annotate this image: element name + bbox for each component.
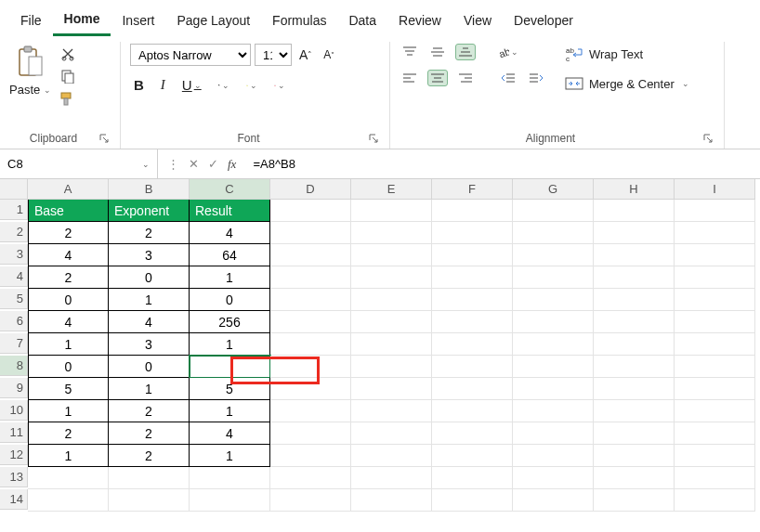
cell-C5[interactable]: 0: [190, 289, 270, 311]
cell-G9[interactable]: [513, 378, 594, 400]
cell-A6[interactable]: 4: [28, 311, 109, 333]
cell-G1[interactable]: [513, 200, 594, 222]
cell-I1[interactable]: [675, 200, 755, 222]
row-header-8[interactable]: 8: [0, 356, 28, 376]
cell-I10[interactable]: [675, 400, 755, 422]
cell-E8[interactable]: [351, 356, 432, 378]
align-top-icon[interactable]: [400, 44, 420, 60]
name-box-dropdown-icon[interactable]: ⌄: [142, 160, 150, 169]
cell-F2[interactable]: [432, 222, 513, 244]
paste-icon[interactable]: [15, 44, 46, 81]
cell-A13[interactable]: [28, 467, 109, 489]
cell-A7[interactable]: 1: [28, 333, 109, 356]
row-header-6[interactable]: 6: [0, 311, 28, 331]
cell-I5[interactable]: [675, 289, 755, 311]
row-header-5[interactable]: 5: [0, 289, 28, 309]
cell-E13[interactable]: [351, 467, 432, 489]
cell-C10[interactable]: 1: [190, 400, 270, 422]
font-size-select[interactable]: 11: [255, 44, 292, 66]
cell-D11[interactable]: [270, 422, 351, 445]
row-header-4[interactable]: 4: [0, 266, 28, 287]
cell-D14[interactable]: [270, 489, 351, 512]
cell-F8[interactable]: [432, 356, 513, 378]
menu-file[interactable]: File: [9, 7, 53, 35]
col-header-C[interactable]: C: [190, 179, 270, 200]
name-box[interactable]: ⌄: [0, 149, 158, 178]
row-header-1[interactable]: 1: [0, 200, 28, 220]
cell-E3[interactable]: [351, 244, 432, 266]
align-middle-icon[interactable]: [427, 44, 448, 60]
cell-B3[interactable]: 3: [109, 244, 190, 266]
name-box-input[interactable]: [7, 157, 100, 171]
paste-dropdown-icon[interactable]: ⌄: [44, 85, 51, 95]
underline-button[interactable]: U⌄: [178, 75, 205, 95]
increase-indent-icon[interactable]: [526, 70, 546, 86]
col-header-I[interactable]: I: [675, 179, 755, 200]
menu-insert[interactable]: Insert: [111, 7, 165, 35]
cell-G3[interactable]: [513, 244, 594, 266]
cell-G4[interactable]: [513, 266, 594, 289]
menu-review[interactable]: Review: [387, 7, 452, 35]
cell-I13[interactable]: [675, 467, 755, 489]
cell-C12[interactable]: 1: [190, 445, 270, 467]
merge-dropdown-icon[interactable]: ⌄: [682, 79, 689, 88]
cell-E1[interactable]: [351, 200, 432, 222]
cell-B1[interactable]: Exponent: [109, 200, 190, 222]
menu-home[interactable]: Home: [53, 6, 111, 36]
row-header-7[interactable]: 7: [0, 333, 28, 354]
cell-I12[interactable]: [675, 445, 755, 467]
cell-H1[interactable]: [594, 200, 675, 222]
cell-A12[interactable]: 1: [28, 445, 109, 467]
cell-C13[interactable]: [190, 467, 270, 489]
cell-H3[interactable]: [594, 244, 675, 266]
cell-C2[interactable]: 4: [190, 222, 270, 244]
col-header-G[interactable]: G: [513, 179, 594, 200]
cut-icon[interactable]: [59, 45, 77, 62]
cell-D10[interactable]: [270, 400, 351, 422]
align-center-icon[interactable]: [427, 70, 448, 86]
row-header-2[interactable]: 2: [0, 222, 28, 242]
cell-A4[interactable]: 2: [28, 266, 109, 289]
more-icon[interactable]: ⋮: [167, 157, 179, 171]
cell-B4[interactable]: 0: [109, 266, 190, 289]
align-bottom-icon[interactable]: [455, 44, 476, 60]
worksheet-grid[interactable]: ABCDEFGHI1BaseExponentResult222434364420…: [0, 179, 760, 512]
cell-B2[interactable]: 2: [109, 222, 190, 244]
cell-E10[interactable]: [351, 400, 432, 422]
cell-D12[interactable]: [270, 445, 351, 467]
cell-E6[interactable]: [351, 311, 432, 333]
cell-G8[interactable]: [513, 356, 594, 378]
col-header-B[interactable]: B: [109, 179, 190, 200]
cell-A5[interactable]: 0: [28, 289, 109, 311]
cell-A9[interactable]: 5: [28, 378, 109, 400]
select-all-corner[interactable]: [0, 179, 28, 200]
cell-A14[interactable]: [28, 489, 109, 512]
cell-I14[interactable]: [675, 489, 755, 512]
cell-I9[interactable]: [675, 378, 755, 400]
cell-H6[interactable]: [594, 311, 675, 333]
col-header-A[interactable]: A: [28, 179, 109, 200]
cell-E7[interactable]: [351, 333, 432, 356]
cell-G12[interactable]: [513, 445, 594, 467]
cell-F14[interactable]: [432, 489, 513, 512]
cell-C7[interactable]: 1: [190, 333, 270, 356]
cell-I6[interactable]: [675, 311, 755, 333]
menu-view[interactable]: View: [452, 7, 503, 35]
cell-C8[interactable]: [190, 356, 270, 378]
cell-A11[interactable]: 2: [28, 422, 109, 445]
col-header-D[interactable]: D: [270, 179, 351, 200]
cell-H13[interactable]: [594, 467, 675, 489]
cell-B11[interactable]: 2: [109, 422, 190, 445]
cell-I4[interactable]: [675, 266, 755, 289]
cell-I11[interactable]: [675, 422, 755, 445]
cell-B13[interactable]: [109, 467, 190, 489]
cancel-icon[interactable]: ✕: [189, 157, 199, 171]
format-painter-icon[interactable]: [59, 90, 77, 107]
cell-A10[interactable]: 1: [28, 400, 109, 422]
cell-G14[interactable]: [513, 489, 594, 512]
wrap-text-button[interactable]: abc Wrap Text: [565, 45, 689, 62]
row-header-14[interactable]: 14: [0, 489, 28, 510]
col-header-E[interactable]: E: [351, 179, 432, 200]
cell-H2[interactable]: [594, 222, 675, 244]
cell-H4[interactable]: [594, 266, 675, 289]
